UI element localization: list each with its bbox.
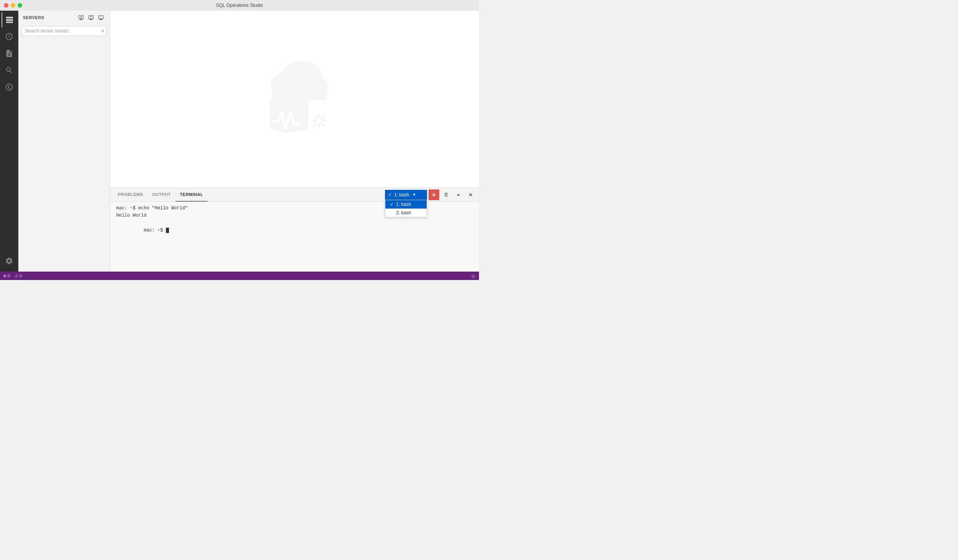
dropdown-arrow-icon: ▼ <box>412 193 416 197</box>
svg-point-13 <box>317 118 321 123</box>
close-button[interactable] <box>4 3 8 8</box>
terminal-session-selector[interactable]: ✓ 1: bash ▼ ✓ 1: bash ✓ <box>385 190 427 200</box>
terminal-dropdown: ✓ 1: bash ✓ 2: bash <box>385 200 427 217</box>
sidebar-item-servers[interactable] <box>2 12 17 28</box>
svg-rect-18 <box>313 114 317 118</box>
status-bar-left: ⊗ 0 ⚠ 0 <box>3 274 22 278</box>
terminal-cursor <box>166 228 169 233</box>
panel: PROBLEMS OUTPUT TERMINAL ✓ 1: bash ▼ <box>110 188 479 272</box>
svg-rect-19 <box>321 114 325 118</box>
terminal-selected-session[interactable]: ✓ 1: bash ▼ <box>385 190 427 200</box>
titlebar: SQL Operations Studio <box>0 0 479 11</box>
check-icon: ✓ <box>388 192 392 197</box>
new-query-button[interactable] <box>87 13 95 22</box>
search-icon <box>5 66 13 74</box>
git-icon <box>5 83 13 91</box>
welcome-logo <box>249 53 341 146</box>
sql-ops-logo <box>249 53 341 144</box>
sidebar-item-settings[interactable] <box>2 253 17 269</box>
main-container: SERVERS <box>0 11 479 272</box>
sidebar: SERVERS <box>18 11 110 272</box>
sidebar-actions <box>77 13 105 22</box>
close-panel-button[interactable] <box>465 189 476 200</box>
monitor-plus-icon <box>78 15 84 21</box>
status-bar: ⊗ 0 ⚠ 0 ☺ <box>0 272 479 280</box>
terminal-line-3: mac: ~$ <box>116 219 473 241</box>
sidebar-item-file[interactable] <box>2 46 17 61</box>
svg-rect-0 <box>6 17 13 19</box>
svg-rect-17 <box>323 119 326 121</box>
monitor-refresh-icon <box>98 15 104 21</box>
history-icon <box>5 32 13 41</box>
terminal-session-2[interactable]: ✓ 2: bash <box>385 209 427 217</box>
delete-terminal-button[interactable] <box>441 189 451 200</box>
sidebar-header: SERVERS <box>18 11 110 24</box>
plus-icon <box>431 192 437 197</box>
activity-bar-top <box>2 12 17 253</box>
svg-rect-15 <box>318 125 320 128</box>
svg-rect-20 <box>313 123 317 127</box>
tab-output[interactable]: OUTPUT <box>148 188 175 202</box>
terminal-session-1[interactable]: ✓ 1: bash <box>385 200 427 209</box>
editor-main <box>110 11 479 188</box>
search-box: × <box>21 26 107 36</box>
window-controls <box>4 3 22 8</box>
sidebar-item-history[interactable] <box>2 29 17 44</box>
sidebar-item-git[interactable] <box>2 79 17 95</box>
settings-icon <box>5 257 13 265</box>
close-icon <box>468 192 473 197</box>
svg-rect-1 <box>6 19 13 21</box>
check-mark: ✓ <box>390 202 394 207</box>
smiley-icon[interactable]: ☺ <box>471 273 476 279</box>
warning-icon: ⚠ <box>15 274 18 278</box>
servers-icon <box>5 16 14 24</box>
chevron-up-icon <box>456 192 461 197</box>
collapse-panel-button[interactable] <box>453 189 464 200</box>
editor-area: PROBLEMS OUTPUT TERMINAL ✓ 1: bash ▼ <box>110 11 479 272</box>
maximize-button[interactable] <box>18 3 22 8</box>
svg-rect-14 <box>318 113 320 117</box>
refresh-button[interactable] <box>97 13 105 22</box>
panel-tabs: PROBLEMS OUTPUT TERMINAL ✓ 1: bash ▼ <box>110 188 479 202</box>
trash-icon <box>443 192 449 197</box>
sidebar-title: SERVERS <box>23 15 44 20</box>
tab-problems[interactable]: PROBLEMS <box>113 188 148 202</box>
sidebar-content <box>18 39 110 272</box>
panel-actions: ✓ 1: bash ▼ ✓ 1: bash ✓ <box>385 189 476 200</box>
svg-rect-16 <box>312 119 315 121</box>
warnings-status[interactable]: ⚠ 0 <box>15 274 22 278</box>
status-bar-right: ☺ <box>471 273 476 279</box>
monitor-query-icon <box>88 15 94 21</box>
search-input[interactable] <box>21 26 107 36</box>
activity-bar <box>0 11 18 272</box>
file-icon <box>5 49 13 58</box>
error-icon: ⊗ <box>3 274 6 278</box>
errors-status[interactable]: ⊗ 0 <box>3 274 10 278</box>
minimize-button[interactable] <box>11 3 15 8</box>
svg-rect-2 <box>6 22 13 23</box>
svg-rect-21 <box>321 123 325 127</box>
activity-bar-bottom <box>2 253 17 272</box>
search-clear-button[interactable]: × <box>101 28 104 34</box>
new-connection-button[interactable] <box>77 13 85 22</box>
selected-session-label: 1: bash <box>394 192 409 197</box>
tab-terminal[interactable]: TERMINAL <box>175 188 208 202</box>
sidebar-item-search[interactable] <box>2 63 17 78</box>
window-title: SQL Operations Studio <box>216 3 263 8</box>
add-terminal-button[interactable] <box>429 189 439 200</box>
